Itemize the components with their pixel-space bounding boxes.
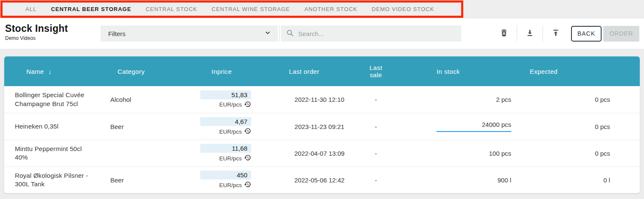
- table-row[interactable]: Bollinger Special Cuvée Champagne Brut 7…: [4, 86, 640, 113]
- page-title: Stock Insight: [5, 23, 68, 34]
- cell-product-name: Heineken 0,35l: [4, 122, 104, 131]
- price-history-icon[interactable]: [244, 127, 251, 136]
- cell-product-name: Bollinger Special Cuvée Champagne Brut 7…: [4, 91, 104, 108]
- divider: [517, 25, 517, 42]
- column-header-name[interactable]: Name↓: [4, 68, 104, 75]
- cell-category: Beer: [104, 177, 185, 184]
- inprice-unit: EUR/pcs: [219, 101, 251, 109]
- search-input[interactable]: [298, 30, 456, 37]
- column-header-category[interactable]: Category: [104, 68, 185, 75]
- table-row[interactable]: Minttu Peppermint 50cl 40% 11,68 EUR/pcs…: [4, 140, 640, 166]
- cell-last-sale: -: [365, 96, 412, 103]
- stock-table: Name↓CategoryInpriceLast orderLast saleI…: [4, 56, 640, 193]
- cell-product-name: Royal Økologisk Pilsner - 300L Tank: [4, 171, 104, 189]
- in-stock-value[interactable]: 900 l: [497, 177, 511, 184]
- table-body: Bollinger Special Cuvée Champagne Brut 7…: [4, 86, 640, 193]
- tab-demo-video-stock[interactable]: DEMO VIDEO STOCK: [372, 6, 434, 12]
- price-history-icon[interactable]: [244, 101, 251, 109]
- cell-last-order: 2022-05-06 12:42: [259, 177, 365, 184]
- search-box[interactable]: [281, 25, 461, 42]
- cell-expected: 0 l: [515, 177, 640, 184]
- inprice-value[interactable]: 450: [200, 171, 251, 179]
- cell-last-order: 2023-11-23 09:21: [259, 123, 365, 130]
- table-row[interactable]: Royal Økologisk Pilsner - 300L Tank Beer…: [4, 166, 640, 193]
- download-button[interactable]: [521, 25, 538, 42]
- cell-category: Beer: [104, 123, 185, 130]
- toolbar: Stock Insight Demo Videos Filters: [0, 18, 644, 49]
- cell-inprice: 51,83 EUR/pcs: [185, 90, 259, 109]
- cell-expected: 0 pcs: [515, 150, 640, 157]
- tab-central-wine-storage[interactable]: CENTRAL WINE STORAGE: [212, 6, 290, 12]
- in-stock-value[interactable]: 100 pcs: [489, 150, 511, 157]
- page-content: Name↓CategoryInpriceLast orderLast saleI…: [0, 49, 644, 199]
- order-button[interactable]: ORDER: [603, 26, 639, 42]
- inprice-value[interactable]: 4,67: [200, 117, 251, 126]
- tab-central-beer-storage[interactable]: CENTRAL BEER STORAGE: [51, 6, 131, 12]
- back-button[interactable]: BACK: [571, 26, 602, 42]
- unit-label: EUR/pcs: [219, 129, 242, 135]
- price-history-icon[interactable]: [244, 154, 251, 163]
- cell-in-stock: 100 pcs: [412, 150, 515, 157]
- cell-category: Alcohol: [104, 96, 185, 103]
- cell-product-name: Minttu Peppermint 50cl 40%: [4, 145, 104, 162]
- cell-last-sale: -: [365, 177, 412, 184]
- in-stock-value[interactable]: 24000 pcs: [437, 121, 511, 132]
- cell-expected: 0 pcs: [515, 96, 640, 103]
- upload-icon: [552, 28, 560, 39]
- column-header-lastorder[interactable]: Last order: [259, 68, 365, 75]
- inprice-value[interactable]: 51,83: [200, 90, 251, 99]
- inprice-unit: EUR/pcs: [219, 181, 251, 189]
- in-stock-value[interactable]: 2 pcs: [496, 96, 511, 103]
- cell-in-stock: 24000 pcs: [412, 121, 515, 132]
- inprice-unit: EUR/pcs: [219, 127, 251, 136]
- divider: [543, 25, 543, 42]
- sort-desc-icon: ↓: [48, 68, 52, 75]
- title-block: Stock Insight Demo Videos: [5, 23, 68, 41]
- page-subtitle: Demo Videos: [5, 35, 68, 41]
- tab-central-stock[interactable]: CENTRAL STOCK: [146, 6, 197, 12]
- cell-last-order: 2022-04-07 13:09: [259, 150, 365, 157]
- column-header-expected[interactable]: Expected: [515, 68, 640, 75]
- unit-label: EUR/pcs: [219, 101, 242, 108]
- cell-inprice: 11,68 EUR/pcs: [185, 144, 259, 163]
- cell-inprice: 4,67 EUR/pcs: [185, 117, 259, 136]
- toolbar-divider: [279, 25, 280, 42]
- cell-last-sale: -: [365, 150, 412, 157]
- unit-label: EUR/pcs: [219, 155, 242, 162]
- delete-button[interactable]: [496, 25, 512, 42]
- column-header-lastsale[interactable]: Last sale: [365, 64, 412, 78]
- table-header-row: Name↓CategoryInpriceLast orderLast saleI…: [4, 56, 640, 86]
- action-buttons: BACK ORDER: [496, 25, 639, 42]
- cell-last-order: 2022-11-30 12:10: [259, 96, 365, 103]
- cell-last-sale: -: [365, 123, 412, 130]
- delete-icon: [500, 28, 508, 39]
- filters-label: Filters: [108, 30, 126, 37]
- cell-expected: 0 pcs: [515, 123, 640, 130]
- unit-label: EUR/pcs: [219, 182, 242, 188]
- filters-dropdown[interactable]: Filters: [101, 25, 278, 42]
- storage-tabbar: ALLCENTRAL BEER STORAGECENTRAL STOCKCENT…: [0, 0, 644, 18]
- cell-in-stock: 2 pcs: [412, 96, 515, 103]
- upload-button[interactable]: [547, 25, 564, 42]
- tab-another-stock[interactable]: ANOTHER STOCK: [304, 6, 357, 12]
- inprice-unit: EUR/pcs: [219, 154, 251, 163]
- cell-inprice: 450 EUR/pcs: [185, 171, 259, 189]
- stock-insight-app: ALLCENTRAL BEER STORAGECENTRAL STOCKCENT…: [0, 0, 644, 199]
- inprice-value[interactable]: 11,68: [200, 144, 251, 153]
- tab-all[interactable]: ALL: [25, 6, 36, 12]
- search-icon: [286, 29, 294, 39]
- column-header-inprice[interactable]: Inprice: [185, 68, 259, 75]
- price-history-icon[interactable]: [244, 181, 251, 189]
- download-icon: [526, 28, 534, 39]
- table-row[interactable]: Heineken 0,35l Beer 4,67 EUR/pcs 2023-11…: [4, 113, 640, 140]
- cell-in-stock: 900 l: [412, 177, 515, 184]
- chevron-down-icon: [264, 29, 271, 38]
- column-header-instock[interactable]: In stock: [412, 68, 515, 75]
